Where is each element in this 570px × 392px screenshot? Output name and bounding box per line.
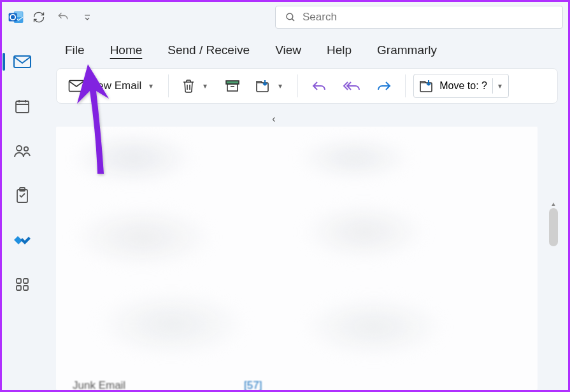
move-to-label: Move to: ? [439,80,487,92]
tab-file[interactable]: File [65,43,85,57]
svg-rect-5 [14,56,31,67]
ribbon: New Email ▾ ▾ [56,68,558,104]
folder-peek-count: [57] [244,379,262,392]
folder-peek-label: Junk Email [73,379,125,392]
rail-todo[interactable] [7,228,38,251]
nav-rail [2,32,42,390]
forward-icon [376,79,392,93]
rail-tasks[interactable] [7,184,38,207]
move-button[interactable]: ▾ [250,73,290,99]
archive-icon [225,80,240,92]
svg-rect-13 [17,286,21,290]
scroll-up-icon[interactable]: ▲ [550,200,557,207]
move-folder-icon [419,79,434,93]
reply-icon [311,79,327,93]
chevron-down-icon[interactable]: ▾ [276,81,285,90]
move-folder-icon [255,79,271,93]
svg-point-7 [17,146,22,151]
move-to-dropdown[interactable]: Move to: ? ▾ [413,74,509,98]
forward-button[interactable] [371,73,397,99]
reply-all-button[interactable] [338,73,366,99]
rail-calendar[interactable] [7,95,38,118]
svg-rect-15 [69,81,84,92]
separator [405,74,406,97]
search-box[interactable] [275,6,563,29]
qat-dropdown[interactable] [77,7,97,27]
scrollbar-thumb[interactable] [549,208,558,246]
reply-all-icon [343,79,360,93]
rail-apps[interactable] [7,273,38,296]
tab-home[interactable]: Home [110,43,143,57]
tab-grammarly[interactable]: Grammarly [377,43,437,57]
tab-send-receive[interactable]: Send / Receive [167,43,250,57]
tab-help[interactable]: Help [327,43,352,57]
reply-button[interactable] [306,73,332,99]
trash-icon [182,78,196,94]
content-area: ‹ ▲ [56,113,568,390]
tab-view[interactable]: View [275,43,301,57]
undo-button[interactable] [53,7,73,27]
new-email-label: New Email [90,80,141,92]
separator [168,74,169,97]
envelope-icon [68,80,85,92]
ribbon-tabs: File Home Send / Receive View Help Gramm… [42,32,568,68]
separator [297,74,298,97]
delete-button[interactable]: ▾ [176,73,215,99]
search-input[interactable] [303,11,553,24]
new-email-button[interactable]: New Email ▾ [63,73,160,99]
rail-mail[interactable] [7,50,38,73]
svg-rect-14 [24,286,28,290]
svg-point-4 [287,13,293,20]
archive-button[interactable] [220,73,245,99]
svg-rect-11 [17,279,21,283]
svg-point-8 [24,147,27,151]
svg-rect-12 [24,279,28,283]
outlook-logo-icon [7,8,25,26]
chevron-down-icon[interactable]: ▾ [146,81,155,90]
chevron-down-icon[interactable]: ▾ [201,81,210,90]
collapse-pane-button[interactable]: ‹ [266,111,281,127]
titlebar [2,2,568,32]
blurred-content [56,127,538,390]
svg-rect-18 [227,84,238,91]
chevron-down-icon[interactable]: ▾ [492,78,504,94]
rail-people[interactable] [7,139,38,162]
svg-rect-6 [16,101,29,113]
search-icon [285,11,296,23]
refresh-button[interactable] [29,7,49,27]
